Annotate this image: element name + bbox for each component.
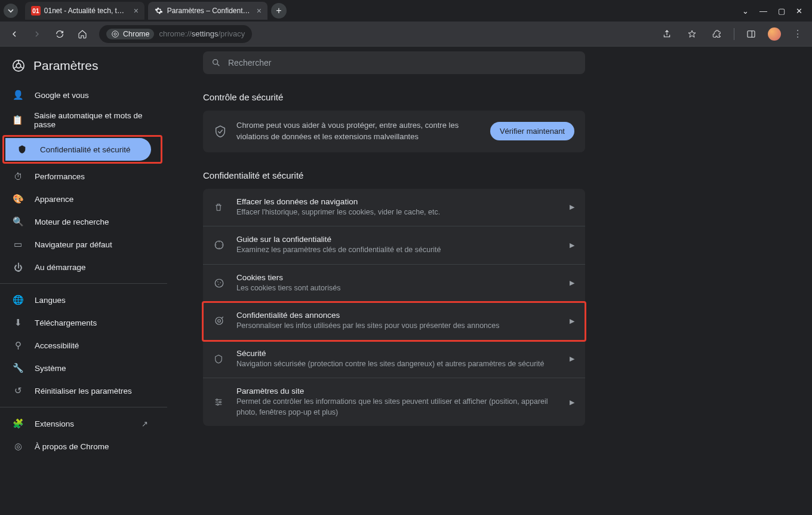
tab-title: 01net - Actualité tech, tests prod <box>44 7 128 15</box>
svg-point-9 <box>215 279 223 287</box>
sidebar-item-startup[interactable]: ⏻ Au démarrage <box>0 256 160 278</box>
verify-now-button[interactable]: Vérifier maintenant <box>490 122 574 140</box>
sidebar-item-default-browser[interactable]: ▭ Navigateur par défaut <box>0 233 160 256</box>
sidebar-item-downloads[interactable]: ⬇ Téléchargements <box>0 311 160 334</box>
svg-point-0 <box>112 30 119 37</box>
sidebar-item-privacy[interactable]: Confidentialité et sécurité <box>5 138 151 161</box>
chrome-icon: ◎ <box>12 441 24 452</box>
sliders-icon <box>214 397 227 407</box>
trash-icon <box>214 203 227 212</box>
svg-point-13 <box>216 317 223 324</box>
download-icon: ⬇ <box>12 317 24 328</box>
settings-content: Contrôle de sécurité Chrome peut vous ai… <box>167 47 812 515</box>
section-privacy: Confidentialité et sécurité <box>203 170 788 180</box>
shield-icon <box>17 145 29 154</box>
sidebar-item-languages[interactable]: 🌐 Langues <box>0 289 160 311</box>
tab-settings[interactable]: Paramètres – Confidentialité et s × <box>148 2 267 20</box>
reload-button[interactable] <box>51 26 68 42</box>
search-settings[interactable] <box>203 51 585 74</box>
chevron-right-icon: ▶ <box>570 398 574 406</box>
sidebar-item-system[interactable]: 🔧 Système <box>0 357 160 379</box>
wrench-icon: 🔧 <box>12 363 24 373</box>
section-safety-check: Contrôle de sécurité <box>203 92 788 102</box>
svg-point-1 <box>114 32 116 35</box>
chevron-down-icon[interactable]: ⌄ <box>742 7 749 16</box>
extensions-icon[interactable] <box>709 26 725 42</box>
shield-check-icon <box>214 125 227 138</box>
svg-point-12 <box>219 284 220 285</box>
share-icon[interactable] <box>659 26 675 42</box>
profile-avatar[interactable] <box>768 27 781 41</box>
external-link-icon: ↗ <box>142 419 148 428</box>
forward-button[interactable] <box>29 26 45 42</box>
sidebar-item-search-engine[interactable]: 🔍 Moteur de recherche <box>0 210 160 233</box>
favicon-01net: 01 <box>31 6 41 16</box>
svg-rect-2 <box>748 30 755 37</box>
svg-point-6 <box>213 60 218 65</box>
omnibox[interactable]: Chrome chrome://settings/privacy <box>99 25 252 43</box>
sidebar-item-google[interactable]: 👤 Google et vous <box>0 84 160 106</box>
gear-icon <box>154 6 164 16</box>
chrome-icon <box>12 59 25 72</box>
safety-check-card: Chrome peut vous aider à vous protéger, … <box>203 111 585 152</box>
tab-01net[interactable]: 01 01net - Actualité tech, tests prod × <box>25 2 144 20</box>
menu-icon[interactable]: ⋮ <box>789 26 806 42</box>
sidebar-item-autofill[interactable]: 📋 Saisie automatique et mots de passe <box>0 106 160 134</box>
back-button[interactable] <box>6 26 23 42</box>
shield-icon <box>214 354 227 364</box>
close-window-icon[interactable]: ✕ <box>796 7 802 16</box>
row-site-settings[interactable]: Paramètres du site Permet de contrôler l… <box>203 378 585 426</box>
tab-search-button[interactable] <box>4 4 18 18</box>
speedometer-icon: ⏱ <box>12 171 24 182</box>
separator <box>0 283 167 284</box>
url-text: chrome://settings/privacy <box>159 29 245 38</box>
svg-point-11 <box>220 282 222 283</box>
privacy-list: Effacer les données de navigation Efface… <box>203 189 585 427</box>
maximize-icon[interactable]: ▢ <box>778 7 785 16</box>
row-security[interactable]: Sécurité Navigation sécurisée (protectio… <box>203 341 585 379</box>
minimize-icon[interactable]: — <box>759 7 767 16</box>
settings-brand: Paramètres <box>0 55 167 84</box>
cookie-icon <box>214 278 227 289</box>
search-input[interactable] <box>228 58 577 68</box>
tab-title: Paramètres – Confidentialité et s <box>167 7 251 15</box>
chevron-down-icon <box>7 7 14 14</box>
search-icon: 🔍 <box>12 216 24 227</box>
chevron-right-icon: ▶ <box>570 279 574 287</box>
sidebar-item-accessibility[interactable]: ⚲ Accessibilité <box>0 334 160 357</box>
sidebar-item-reset[interactable]: ↺ Réinitialiser les paramètres <box>0 379 160 402</box>
search-icon <box>211 58 221 68</box>
chevron-right-icon: ▶ <box>570 203 574 211</box>
row-privacy-guide[interactable]: Guide sur la confidentialité Examinez le… <box>203 226 585 265</box>
settings-sidebar: Paramètres 👤 Google et vous 📋 Saisie aut… <box>0 47 167 515</box>
svg-line-7 <box>217 64 219 66</box>
tab-strip: 01 01net - Actualité tech, tests prod × … <box>0 0 812 22</box>
globe-icon: 🌐 <box>12 295 24 305</box>
close-icon[interactable]: × <box>257 6 262 16</box>
person-icon: 👤 <box>12 90 24 100</box>
svg-point-16 <box>219 401 221 403</box>
row-ad-privacy[interactable]: Confidentialité des annonces Personnalis… <box>203 302 585 341</box>
window-controls: ⌄ — ▢ ✕ <box>742 7 808 16</box>
power-icon: ⏻ <box>12 262 24 272</box>
close-icon[interactable]: × <box>134 6 139 16</box>
chevron-right-icon: ▶ <box>570 241 574 249</box>
sidebar-item-appearance[interactable]: 🎨 Apparence <box>0 188 160 210</box>
chevron-right-icon: ▶ <box>570 317 574 325</box>
row-cookies[interactable]: Cookies tiers Les cookies tiers sont aut… <box>203 265 585 303</box>
accessibility-icon: ⚲ <box>12 340 24 351</box>
bookmark-icon[interactable] <box>684 26 700 42</box>
page-title: Paramètres <box>33 59 99 73</box>
clipboard-icon: 📋 <box>12 115 23 125</box>
puzzle-icon: 🧩 <box>12 418 24 429</box>
restore-icon: ↺ <box>12 385 24 396</box>
sidebar-item-extensions[interactable]: 🧩 Extensions ↗ <box>0 412 160 435</box>
new-tab-button[interactable]: + <box>271 3 287 19</box>
palette-icon: 🎨 <box>12 194 24 204</box>
home-button[interactable] <box>74 26 91 42</box>
sidebar-item-about[interactable]: ◎ À propos de Chrome <box>0 435 160 458</box>
sidebar-item-performance[interactable]: ⏱ Performances <box>0 165 160 188</box>
sidepanel-icon[interactable] <box>743 26 759 42</box>
compass-icon <box>214 240 227 250</box>
row-clear-data[interactable]: Effacer les données de navigation Efface… <box>203 189 585 227</box>
